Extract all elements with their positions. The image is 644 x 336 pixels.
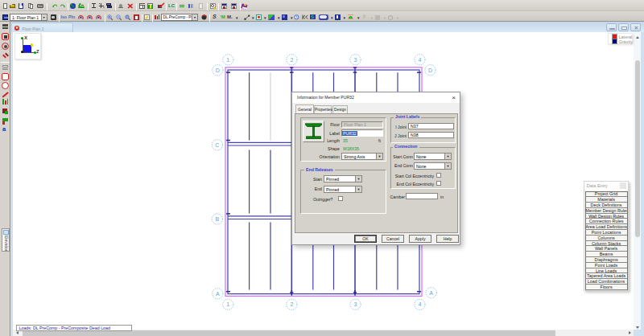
svg-text:B: B xyxy=(216,216,220,222)
svg-text:1: 1 xyxy=(226,57,229,63)
svg-text:A: A xyxy=(429,290,433,296)
svg-text:2: 2 xyxy=(290,57,293,63)
svg-text:3: 3 xyxy=(354,57,357,63)
svg-text:D: D xyxy=(428,68,432,73)
svg-text:4: 4 xyxy=(418,301,421,307)
svg-text:D: D xyxy=(216,68,220,73)
svg-text:4: 4 xyxy=(418,57,421,63)
svg-text:A: A xyxy=(216,291,220,297)
svg-text:2: 2 xyxy=(290,301,293,307)
svg-text:C: C xyxy=(215,142,219,148)
svg-text:3: 3 xyxy=(354,301,357,307)
svg-text:1: 1 xyxy=(226,301,229,307)
